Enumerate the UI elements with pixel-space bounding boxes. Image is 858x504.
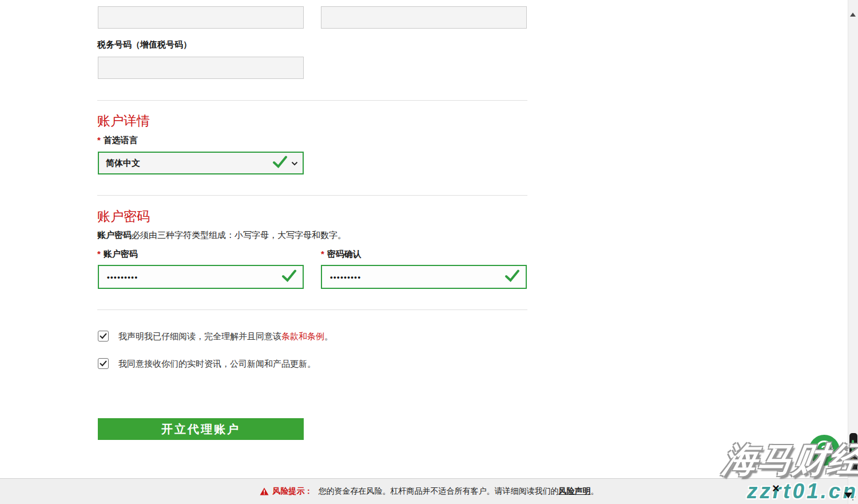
terms-agreement-text: 我声明我已仔细阅读，完全理解并且同意该条款和条例。 (118, 331, 333, 342)
close-icon[interactable]: × (772, 482, 780, 495)
news-checkbox[interactable] (98, 358, 109, 369)
risk-warning-suffix: 。 (591, 486, 599, 497)
required-asterisk: * (321, 249, 324, 259)
news-agreement-text: 我同意接收你们的实时资讯，公司新闻和产品更新。 (118, 358, 316, 370)
help-chat-icon[interactable]: ? (808, 434, 840, 466)
warning-triangle-icon (260, 487, 269, 495)
language-label-text: 首选语言 (104, 135, 138, 145)
tax-field-right[interactable] (321, 6, 527, 29)
password-label-text: 账户密码 (104, 249, 138, 259)
terms-agreement-row: 我声明我已仔细阅读，完全理解并且同意该条款和条例。 (98, 331, 333, 342)
vertical-scrollbar[interactable] (848, 0, 858, 504)
thumb-yellow-strip (852, 458, 854, 465)
section-divider (97, 195, 527, 196)
account-details-heading: 账户详情 (97, 112, 150, 130)
news-agreement-row: 我同意接收你们的实时资讯，公司新闻和产品更新。 (98, 358, 316, 370)
language-label: *首选语言 (97, 135, 138, 146)
valid-check-icon (505, 269, 520, 285)
language-select-value: 简体中文 (106, 158, 272, 169)
registration-page: 税务号码（增值税号码） 账户详情 *首选语言 简体中文 账户密码 账户密码必须由… (0, 0, 858, 504)
password-rule-note: 账户密码必须由三种字符类型组成：小写字母，大写字母和数字。 (97, 230, 346, 241)
scroll-up-icon[interactable] (850, 13, 856, 17)
confirm-label-text: 密码确认 (327, 249, 362, 259)
password-field-wrap (98, 265, 304, 289)
terms-link[interactable]: 条款和条例 (281, 331, 324, 341)
confirm-password-label: *密码确认 (321, 249, 362, 260)
password-note-bold: 账户密码 (97, 230, 132, 240)
svg-text:?: ? (821, 443, 828, 455)
terms-checkbox[interactable] (98, 331, 109, 342)
risk-warning-text: 您的资金存在风险。杠杆商品并不适合所有客户。请详细阅读我们的 (319, 486, 559, 497)
required-asterisk: * (97, 249, 101, 259)
mouse-cursor (844, 493, 852, 498)
password-note-rest: 必须由三种字符类型组成：小写字母，大写字母和数字。 (132, 230, 346, 240)
required-asterisk: * (97, 135, 101, 145)
scrollbar-thumb[interactable] (849, 433, 857, 473)
chevron-down-icon (291, 158, 298, 168)
terms-text-post: 。 (324, 331, 333, 341)
thumb-green-strip (852, 440, 854, 456)
news-text: 我同意接收你们的实时资讯，公司新闻和产品更新。 (118, 359, 316, 368)
password-label: *账户密码 (97, 249, 138, 260)
open-agent-account-button[interactable]: 开立代理账户 (98, 418, 304, 440)
confirm-password-input[interactable] (329, 272, 505, 282)
terms-text-pre: 我声明我已仔细阅读，完全理解并且同意该 (118, 331, 281, 341)
tax-field-left[interactable] (98, 6, 304, 29)
tax-number-input[interactable] (98, 57, 304, 79)
tax-number-label: 税务号码（增值税号码） (97, 39, 192, 50)
section-divider (97, 100, 527, 101)
confirm-password-field-wrap (321, 265, 527, 289)
language-select[interactable]: 简体中文 (98, 152, 304, 174)
valid-check-icon (272, 155, 288, 171)
risk-warning-bar: 风险提示： 您的资金存在风险。杠杆商品并不适合所有客户。请详细阅读我们的 风险声… (0, 478, 858, 504)
risk-statement-link[interactable]: 风险声明 (559, 486, 591, 497)
risk-warning-label: 风险提示： (273, 486, 313, 497)
section-divider (97, 309, 527, 310)
password-heading: 账户密码 (97, 208, 150, 225)
valid-check-icon (281, 269, 297, 285)
password-input[interactable] (106, 272, 281, 282)
